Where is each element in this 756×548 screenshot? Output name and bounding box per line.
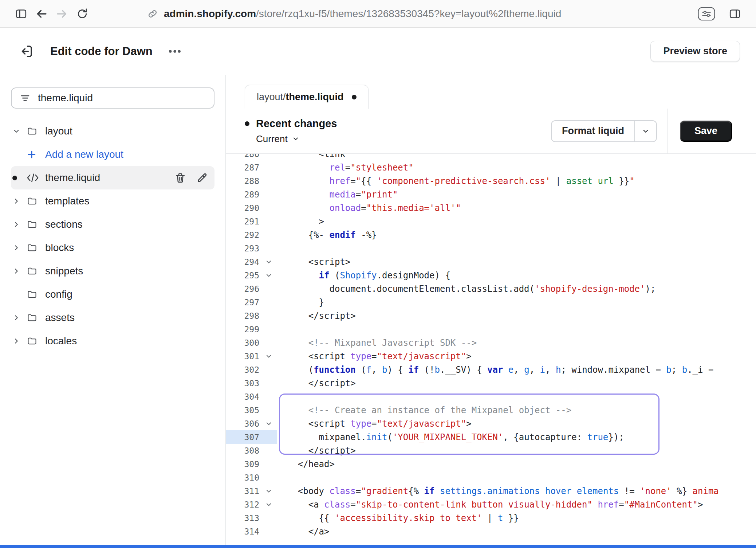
gutter-307[interactable]: 307 xyxy=(226,430,277,444)
gutter-304[interactable]: 304 xyxy=(226,390,277,403)
code-text[interactable]: </script> xyxy=(277,378,756,388)
code-text[interactable]: <script type="text/javascript"> xyxy=(277,351,756,361)
code-line-286: 286 <link xyxy=(226,154,756,161)
gutter-313[interactable]: 313 xyxy=(226,511,277,525)
folder-item-snippets[interactable]: snippets xyxy=(11,259,214,283)
code-text[interactable]: </script> xyxy=(277,311,756,321)
gutter-294[interactable]: 294 xyxy=(226,255,277,269)
code-text[interactable]: </script> xyxy=(277,446,756,456)
code-text[interactable]: <body class="gradient{% if settings.anim… xyxy=(277,486,756,496)
format-liquid-button[interactable]: Format liquid xyxy=(551,120,657,142)
code-text[interactable]: <a class="skip-to-content-link button vi… xyxy=(277,500,756,510)
gutter-296[interactable]: 296 xyxy=(226,282,277,295)
folder-item-assets[interactable]: assets xyxy=(11,306,214,329)
code-text[interactable]: if (Shopify.designMode) { xyxy=(277,270,756,281)
gutter-303[interactable]: 303 xyxy=(226,376,277,390)
rename-file-button[interactable] xyxy=(196,172,208,184)
preview-store-button[interactable]: Preview store xyxy=(650,41,740,62)
gutter-295[interactable]: 295 xyxy=(226,269,277,282)
gutter-297[interactable]: 297 xyxy=(226,295,277,309)
chevron-down-icon[interactable] xyxy=(635,121,656,141)
code-text[interactable]: > xyxy=(277,216,756,227)
code-text[interactable]: href="{{ 'component-predictive-search.cs… xyxy=(277,176,756,186)
filter-icon xyxy=(20,93,31,103)
gutter-301[interactable]: 301 xyxy=(226,349,277,363)
sidebar-toggle-icon[interactable] xyxy=(11,4,31,24)
code-area[interactable]: 286 <link287 rel="stylesheet"288 href="{… xyxy=(226,154,756,548)
code-text[interactable]: {{ 'accessibility.skip_to_text' | t }} xyxy=(277,513,756,523)
fold-spacer xyxy=(261,295,277,309)
code-text[interactable]: onload="this.media='all'" xyxy=(277,203,756,213)
gutter-293[interactable]: 293 xyxy=(226,242,277,255)
code-text[interactable]: <script type="text/javascript"> xyxy=(277,419,756,429)
folder-item-blocks[interactable]: blocks xyxy=(11,236,214,259)
folder-item-templates[interactable]: templates xyxy=(11,189,214,213)
code-text[interactable]: rel="stylesheet" xyxy=(277,163,756,173)
gutter-287[interactable]: 287 xyxy=(226,161,277,174)
exit-icon[interactable] xyxy=(16,41,36,62)
delete-file-button[interactable] xyxy=(174,172,186,184)
gutter-309[interactable]: 309 xyxy=(226,457,277,471)
gutter-314[interactable]: 314 xyxy=(226,525,277,538)
code-text[interactable]: document.documentElement.classList.add('… xyxy=(277,284,756,294)
page-title: Edit code for Dawn xyxy=(50,45,153,58)
fold-chevron-icon[interactable] xyxy=(261,269,277,282)
extensions-icon[interactable] xyxy=(698,7,715,21)
fold-spacer xyxy=(261,174,277,188)
gutter-292[interactable]: 292 xyxy=(226,228,277,242)
gutter-290[interactable]: 290 xyxy=(226,201,277,215)
code-text[interactable]: <!-- Create an instance of the Mixpanel … xyxy=(277,405,756,415)
more-actions-button[interactable] xyxy=(167,44,182,59)
folder-item-sections[interactable]: sections xyxy=(11,213,214,236)
gutter-286[interactable]: 286 xyxy=(226,154,277,161)
gutter-289[interactable]: 289 xyxy=(226,188,277,201)
save-button[interactable]: Save xyxy=(680,121,732,142)
folder-item-locales[interactable]: locales xyxy=(11,329,214,353)
fold-chevron-icon[interactable] xyxy=(261,349,277,363)
code-text[interactable]: (function (f, b) { if (!b.__SV) { var e,… xyxy=(277,365,756,375)
gutter-306[interactable]: 306 xyxy=(226,417,277,430)
code-text[interactable]: </head> xyxy=(277,459,756,469)
fold-chevron-icon[interactable] xyxy=(261,484,277,498)
reload-icon[interactable] xyxy=(72,4,92,24)
editor-tabs: layout/theme.liquid xyxy=(226,75,756,109)
fold-chevron-icon[interactable] xyxy=(261,255,277,269)
code-text[interactable]: <!-- Mixpanel Javascript SDK --> xyxy=(277,338,756,348)
file-item-theme-liquid[interactable]: theme.liquid xyxy=(11,166,214,189)
line-number: 297 xyxy=(226,298,261,307)
line-number: 292 xyxy=(226,230,261,240)
fold-chevron-icon[interactable] xyxy=(261,498,277,511)
gutter-308[interactable]: 308 xyxy=(226,444,277,457)
folder-item-config[interactable]: config xyxy=(11,283,214,306)
code-lines: 286 <link287 rel="stylesheet"288 href="{… xyxy=(226,154,756,538)
fold-spacer xyxy=(261,161,277,174)
code-text[interactable]: media="print" xyxy=(277,189,756,200)
code-text[interactable]: {%- endif -%} xyxy=(277,230,756,240)
code-text[interactable]: <link xyxy=(277,154,756,159)
gutter-311[interactable]: 311 xyxy=(226,484,277,498)
code-text[interactable]: mixpanel.init('YOUR_MIXPANEL_TOKEN', {au… xyxy=(277,432,756,442)
tab-layout-theme-liquid[interactable]: layout/theme.liquid xyxy=(245,85,369,109)
add-new-layout-button[interactable]: Add a new layout xyxy=(11,143,214,166)
version-selector[interactable]: Current xyxy=(245,133,337,145)
gutter-302[interactable]: 302 xyxy=(226,363,277,376)
file-filter-input[interactable]: theme.liquid xyxy=(11,87,214,109)
code-text[interactable]: <script> xyxy=(277,257,756,267)
gutter-298[interactable]: 298 xyxy=(226,309,277,322)
forward-icon[interactable] xyxy=(52,4,72,24)
folder-item-layout[interactable]: layout xyxy=(11,120,214,143)
gutter-291[interactable]: 291 xyxy=(226,215,277,228)
gutter-310[interactable]: 310 xyxy=(226,471,277,484)
gutter-305[interactable]: 305 xyxy=(226,403,277,417)
back-icon[interactable] xyxy=(31,4,52,24)
code-text[interactable]: } xyxy=(277,297,756,308)
gutter-288[interactable]: 288 xyxy=(226,174,277,188)
gutter-299[interactable]: 299 xyxy=(226,322,277,336)
address-bar[interactable]: admin.shopify.com/store/rzq1xu-f5/themes… xyxy=(147,8,561,20)
code-line-300: 300 <!-- Mixpanel Javascript SDK --> xyxy=(226,336,756,349)
gutter-300[interactable]: 300 xyxy=(226,336,277,349)
code-text[interactable]: </a> xyxy=(277,527,756,537)
split-view-icon[interactable] xyxy=(725,4,745,24)
fold-chevron-icon[interactable] xyxy=(261,417,277,430)
gutter-312[interactable]: 312 xyxy=(226,498,277,511)
